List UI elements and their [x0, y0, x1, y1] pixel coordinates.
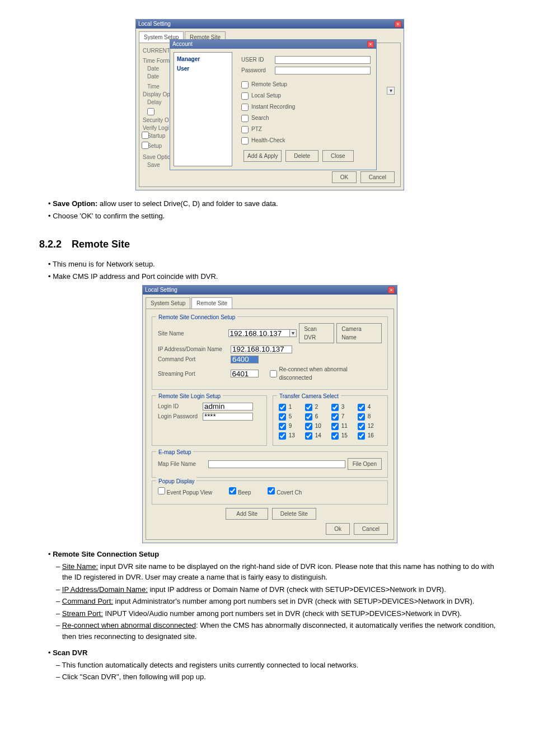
local-setting-titlebar: Local Setting ×: [136, 20, 404, 29]
covert-checkbox[interactable]: [268, 487, 275, 494]
remote-conn-legend: Remote Site Connection Setup: [156, 313, 237, 321]
search-checkbox[interactable]: [241, 115, 249, 122]
remote-setup-label: Remote Setup: [251, 81, 287, 87]
scan-dvr-button[interactable]: Scan DVR: [299, 323, 334, 343]
camera-checkbox-13[interactable]: 13: [279, 431, 303, 440]
add-site-button[interactable]: Add Site: [226, 508, 268, 520]
remote-conn-fieldset: Remote Site Connection Setup Site Name ▾…: [152, 316, 388, 390]
account-title: Account: [172, 40, 193, 49]
tab-system-setup-2[interactable]: System Setup: [146, 297, 190, 309]
camera-checkbox-14[interactable]: 14: [305, 431, 329, 440]
reconnect-label: Re-connect when abnormal disconnected: [279, 365, 382, 382]
login-pw-input[interactable]: [203, 413, 253, 421]
cam-15-checkbox[interactable]: [331, 432, 339, 440]
cam-3-checkbox[interactable]: [331, 404, 339, 411]
setup-label: Setup: [147, 142, 162, 150]
event-popup-checkbox[interactable]: [158, 487, 165, 494]
camera-name-button[interactable]: Camera Name: [336, 323, 382, 343]
password-label: Password: [241, 66, 275, 74]
delete-button[interactable]: Delete: [285, 150, 318, 162]
reconnect-checkbox[interactable]: [270, 370, 277, 377]
cam-8-checkbox[interactable]: [358, 413, 365, 421]
cam-9-checkbox[interactable]: [279, 423, 286, 430]
close-icon[interactable]: ×: [367, 41, 374, 48]
cam-11-checkbox[interactable]: [331, 423, 339, 430]
local-setup-checkbox[interactable]: [241, 92, 249, 100]
close-button[interactable]: Close: [322, 150, 354, 162]
ip-input[interactable]: [231, 346, 292, 353]
beep-checkbox[interactable]: [229, 487, 236, 494]
cam-5-checkbox[interactable]: [279, 413, 286, 421]
camera-checkbox-7[interactable]: 7: [331, 412, 355, 421]
cam-4-checkbox[interactable]: [358, 404, 365, 411]
camera-checkbox-16[interactable]: 16: [358, 431, 382, 440]
instant-recording-checkbox[interactable]: [241, 104, 249, 111]
cam-12-checkbox[interactable]: [358, 423, 365, 430]
delay-label: Delay: [147, 98, 162, 106]
close-icon[interactable]: ×: [388, 287, 395, 293]
camera-checkbox-1[interactable]: 1: [279, 403, 303, 411]
current-label: CURRENT: [143, 46, 170, 55]
map-file-input[interactable]: [208, 460, 345, 468]
setup-checkbox[interactable]: [142, 142, 149, 149]
window-titlebar-2: Local Setting ×: [143, 286, 397, 295]
remote-setup-checkbox[interactable]: [241, 81, 249, 88]
ptz-checkbox[interactable]: [241, 126, 249, 133]
list-item-manager[interactable]: Manager: [176, 54, 230, 64]
cancel-button[interactable]: Cancel: [360, 171, 395, 183]
window-title-2: Local Setting: [145, 286, 177, 295]
health-check-checkbox[interactable]: [241, 137, 249, 144]
close-icon[interactable]: ×: [395, 21, 401, 27]
chevron-down-icon[interactable]: ▾: [387, 87, 395, 95]
cam-7-checkbox[interactable]: [331, 413, 339, 421]
bullet-net-setup: This menu is for Network setup.: [48, 259, 500, 270]
camera-checkbox-10[interactable]: 10: [305, 422, 329, 430]
cam-16-checkbox[interactable]: [358, 432, 365, 440]
camera-checkbox-2[interactable]: 2: [305, 403, 329, 411]
camera-checkbox-3[interactable]: 3: [331, 403, 355, 411]
cam-10-checkbox[interactable]: [305, 423, 312, 430]
camera-checkbox-6[interactable]: 6: [305, 412, 329, 421]
password-input[interactable]: [275, 67, 371, 74]
camera-checkbox-11[interactable]: 11: [331, 422, 355, 430]
camera-checkbox-12[interactable]: 12: [358, 422, 382, 430]
scan-dvr-head: Scan DVR: [48, 647, 500, 659]
login-legend: Remote Site Login Setup: [156, 392, 223, 400]
unlabeled-checkbox-1[interactable]: [147, 108, 154, 115]
user-id-label: USER ID: [241, 55, 275, 64]
user-id-input[interactable]: [275, 56, 371, 64]
display-op-label: Display Op: [143, 90, 170, 99]
chevron-down-icon[interactable]: ▾: [289, 329, 297, 337]
site-name-input[interactable]: [228, 329, 290, 337]
delete-site-button[interactable]: Delete Site: [272, 508, 316, 520]
search-label: Search: [251, 115, 269, 121]
ok-button[interactable]: OK: [332, 171, 357, 183]
startup-checkbox[interactable]: [142, 132, 149, 139]
cam-1-checkbox[interactable]: [279, 404, 286, 411]
list-item-user[interactable]: User: [176, 64, 230, 73]
tab-remote-site-2[interactable]: Remote Site: [191, 297, 232, 309]
ok-button-2[interactable]: Ok: [326, 523, 350, 535]
popup-legend: Popup Display: [156, 477, 196, 486]
stream-port-input[interactable]: [231, 370, 259, 377]
camera-checkbox-4[interactable]: 4: [358, 403, 382, 411]
camera-checkbox-15[interactable]: 15: [331, 431, 355, 440]
cam-6-checkbox[interactable]: [305, 413, 312, 421]
cam-13-checkbox[interactable]: [279, 432, 286, 440]
cam-2-checkbox[interactable]: [305, 404, 312, 411]
login-id-input[interactable]: [203, 403, 253, 410]
camera-checkbox-8[interactable]: 8: [358, 412, 382, 421]
add-apply-button[interactable]: Add & Apply: [243, 150, 282, 162]
camera-checkbox-5[interactable]: 5: [279, 412, 303, 421]
account-list[interactable]: Manager User: [174, 52, 232, 166]
login-pw-label: Login Password: [158, 412, 203, 421]
cmd-port-input[interactable]: [231, 356, 259, 363]
tabs-2: System Setup Remote Site: [146, 297, 394, 309]
covert-label: Covert Ch: [277, 489, 302, 496]
file-open-button[interactable]: File Open: [348, 458, 382, 470]
save-option-text: allow user to select Drive(C, D) and fol…: [97, 199, 278, 208]
cam-14-checkbox[interactable]: [305, 432, 312, 440]
cancel-button-2[interactable]: Cancel: [354, 523, 388, 535]
camera-checkbox-9[interactable]: 9: [279, 422, 303, 430]
instant-recording-label: Instant Recording: [251, 104, 295, 110]
